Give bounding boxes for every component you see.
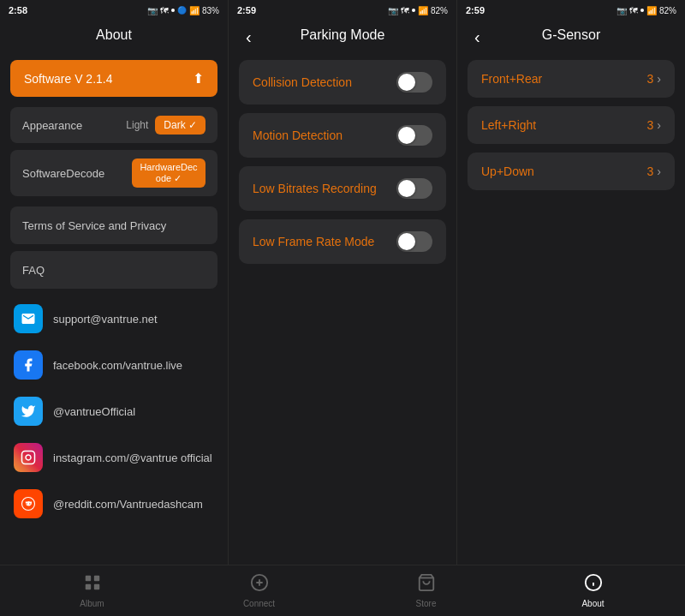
parking-header: ‹ Parking Mode xyxy=(229,21,456,53)
bottom-nav: Album Connect Store About xyxy=(0,565,685,616)
store-icon xyxy=(417,573,436,596)
upload-icon: ⬆ xyxy=(193,70,204,87)
about-status-bar: 2:58 📷 🗺 🔵 📶 83% xyxy=(0,0,228,21)
motion-detection-knob xyxy=(398,127,415,144)
instagram-social-item[interactable]: instagram.com/@vantrue official xyxy=(10,434,217,481)
about-nav-label: About xyxy=(581,599,604,608)
front-rear-label: Front+Rear xyxy=(481,72,542,86)
about-time: 2:58 xyxy=(9,5,27,15)
nav-connect[interactable]: Connect xyxy=(176,573,342,608)
collision-detection-knob xyxy=(398,74,415,91)
motion-detection-label: Motion Detection xyxy=(253,129,342,142)
motion-detection-toggle[interactable] xyxy=(396,125,432,146)
twitter-text: @vantrueOfficial xyxy=(53,405,135,418)
email-icon xyxy=(14,304,43,333)
software-decode-label: SoftwareDecode xyxy=(22,167,104,180)
svg-rect-5 xyxy=(85,584,90,589)
low-frame-rate-row[interactable]: Low Frame Rate Mode xyxy=(239,219,446,264)
about-nav-icon xyxy=(584,573,603,596)
software-version-button[interactable]: Software V 2.1.4 ⬆ xyxy=(10,60,217,97)
parking-battery: 82% xyxy=(431,6,448,15)
hardware-decode-button[interactable]: HardwareDecode ✓ xyxy=(132,158,206,188)
facebook-text: facebook.com/vantrue.live xyxy=(53,359,182,372)
faq-menu-item[interactable]: FAQ xyxy=(10,251,217,289)
front-rear-row[interactable]: Front+Rear 3 › xyxy=(468,60,675,98)
left-right-value: 3 › xyxy=(647,118,661,132)
nav-store[interactable]: Store xyxy=(342,573,509,608)
up-down-row[interactable]: Up+Down 3 › xyxy=(468,153,675,190)
front-rear-number: 3 xyxy=(647,72,654,86)
gsensor-time: 2:59 xyxy=(466,5,485,15)
connect-icon xyxy=(250,573,269,596)
twitter-icon xyxy=(14,397,43,426)
appearance-light-label: Light xyxy=(126,119,148,131)
email-social-item[interactable]: support@vantrue.net xyxy=(10,296,217,342)
album-label: Album xyxy=(80,599,104,608)
up-down-label: Up+Down xyxy=(481,164,534,178)
about-panel: 2:58 📷 🗺 🔵 📶 83% About Software V 2.1.4 … xyxy=(0,0,229,565)
gsensor-status-bar: 2:59 📷 🗺 📶 82% xyxy=(457,0,685,21)
collision-detection-label: Collision Detection xyxy=(253,75,352,89)
instagram-text: instagram.com/@vantrue official xyxy=(53,452,212,464)
nav-album[interactable]: Album xyxy=(9,573,176,608)
left-right-chevron: › xyxy=(657,118,661,132)
parking-panel: 2:59 📷 🗺 📶 82% ‹ Parking Mode Collision … xyxy=(229,0,457,565)
low-bitrates-row[interactable]: Low Bitrates Recording xyxy=(239,166,446,211)
left-right-row[interactable]: Left+Right 3 › xyxy=(468,106,675,144)
up-down-value: 3 › xyxy=(647,164,661,178)
svg-rect-3 xyxy=(85,576,90,581)
social-list: support@vantrue.net facebook.com/vantrue… xyxy=(10,296,217,527)
motion-detection-row[interactable]: Motion Detection xyxy=(239,113,446,158)
terms-menu-item[interactable]: Terms of Service and Privacy xyxy=(10,206,217,244)
about-header: About xyxy=(0,21,228,53)
parking-content: Collision Detection Motion Detection Low… xyxy=(229,53,456,565)
nav-about[interactable]: About xyxy=(509,573,676,608)
collision-detection-row[interactable]: Collision Detection xyxy=(239,60,446,105)
album-icon xyxy=(83,573,102,596)
gsensor-back-button[interactable]: ‹ xyxy=(469,26,485,49)
svg-rect-6 xyxy=(93,584,98,589)
reddit-social-item[interactable]: @reddit.com/Vantruedashcam xyxy=(10,481,217,527)
parking-back-button[interactable]: ‹ xyxy=(241,26,257,49)
facebook-icon xyxy=(14,350,43,380)
dot-icon-2 xyxy=(412,9,415,12)
gsensor-title: G-Sensor xyxy=(542,27,600,42)
appearance-dark-button[interactable]: Dark ✓ xyxy=(155,116,206,135)
software-version-label: Software V 2.1.4 xyxy=(24,72,113,86)
parking-status-icons: 📷 🗺 📶 82% xyxy=(388,6,448,15)
about-status-icons: 📷 🗺 🔵 📶 83% xyxy=(147,6,219,15)
parking-time: 2:59 xyxy=(237,5,256,15)
decode-row: SoftwareDecode HardwareDecode ✓ xyxy=(10,150,217,196)
gsensor-battery: 82% xyxy=(659,6,676,15)
reddit-text: @reddit.com/Vantruedashcam xyxy=(53,498,203,511)
collision-detection-toggle[interactable] xyxy=(396,72,432,93)
left-right-label: Left+Right xyxy=(481,118,536,132)
low-bitrates-knob xyxy=(398,180,415,197)
low-frame-rate-label: Low Frame Rate Mode xyxy=(253,235,374,248)
front-rear-value: 3 › xyxy=(647,72,661,86)
low-frame-rate-knob xyxy=(398,233,415,250)
gsensor-status-icons: 📷 🗺 📶 82% xyxy=(616,6,676,15)
faq-label: FAQ xyxy=(22,264,45,277)
low-bitrates-toggle[interactable] xyxy=(396,178,432,199)
up-down-number: 3 xyxy=(647,164,654,178)
up-down-chevron: › xyxy=(657,164,661,178)
twitter-social-item[interactable]: @vantrueOfficial xyxy=(10,388,217,434)
dot-icon xyxy=(171,9,175,12)
connect-label: Connect xyxy=(243,599,275,608)
facebook-social-item[interactable]: facebook.com/vantrue.live xyxy=(10,342,217,388)
front-rear-chevron: › xyxy=(657,72,661,86)
reddit-icon xyxy=(14,489,43,518)
terms-label: Terms of Service and Privacy xyxy=(22,219,166,232)
low-frame-rate-toggle[interactable] xyxy=(396,231,432,252)
about-battery: 83% xyxy=(202,6,219,15)
left-right-number: 3 xyxy=(647,118,654,132)
email-text: support@vantrue.net xyxy=(53,313,158,326)
parking-status-bar: 2:59 📷 🗺 📶 82% xyxy=(229,0,456,21)
appearance-options: Light Dark ✓ xyxy=(126,116,206,135)
svg-rect-0 xyxy=(22,452,35,464)
about-content: Software V 2.1.4 ⬆ Appearance Light Dark… xyxy=(0,53,228,565)
appearance-label: Appearance xyxy=(22,119,82,132)
gsensor-header: ‹ G-Sensor xyxy=(457,21,685,53)
low-bitrates-label: Low Bitrates Recording xyxy=(253,182,377,195)
